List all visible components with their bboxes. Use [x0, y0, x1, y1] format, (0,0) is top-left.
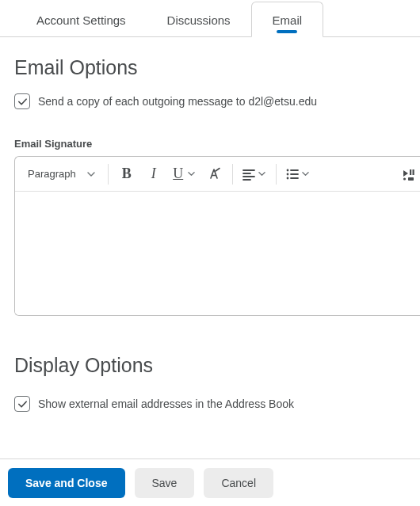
content-area: Email Options Send a copy of each outgoi…	[0, 37, 420, 412]
svg-point-0	[286, 169, 288, 171]
insert-stuff-button[interactable]	[396, 161, 420, 188]
send-copy-row: Send a copy of each outgoing message to …	[14, 93, 420, 109]
align-button[interactable]	[238, 161, 271, 188]
svg-point-1	[286, 173, 288, 175]
chevron-down-icon	[188, 170, 195, 177]
editor-toolbar: Paragraph B I U	[15, 157, 420, 192]
svg-point-5	[403, 177, 406, 180]
show-external-row: Show external email addresses in the Add…	[14, 396, 420, 412]
bold-button[interactable]: B	[113, 161, 140, 188]
chevron-down-icon	[258, 170, 265, 177]
check-icon	[17, 399, 28, 409]
show-external-label: Show external email addresses in the Add…	[38, 398, 294, 410]
tab-account-settings[interactable]: Account Settings	[16, 2, 147, 36]
signature-editor: Paragraph B I U	[14, 156, 420, 316]
chevron-down-icon	[87, 170, 95, 178]
tab-discussions[interactable]: Discussions	[147, 2, 251, 36]
signature-textarea[interactable]	[15, 192, 420, 315]
underline-button[interactable]: U	[167, 161, 200, 188]
show-external-checkbox[interactable]	[14, 396, 30, 412]
svg-rect-6	[408, 177, 414, 181]
paragraph-style-select[interactable]: Paragraph	[20, 165, 103, 183]
tab-email[interactable]: Email	[251, 2, 324, 37]
bold-icon: B	[122, 165, 132, 182]
insert-stuff-icon	[401, 167, 415, 181]
heading-display-options: Display Options	[14, 354, 420, 377]
tab-bar: Account Settings Discussions Email	[0, 0, 420, 37]
italic-icon: I	[151, 165, 156, 182]
chevron-down-icon	[302, 170, 309, 177]
svg-point-2	[286, 177, 288, 179]
paragraph-style-label: Paragraph	[28, 168, 76, 180]
save-button[interactable]: Save	[135, 468, 195, 498]
text-color-icon	[206, 166, 222, 182]
footer-action-bar: Save and Close Save Cancel	[0, 458, 420, 506]
save-and-close-button[interactable]: Save and Close	[8, 468, 125, 498]
text-color-button[interactable]	[200, 161, 227, 188]
italic-button[interactable]: I	[140, 161, 167, 188]
heading-email-options: Email Options	[14, 56, 420, 79]
signature-label: Email Signature	[14, 138, 420, 150]
align-left-icon	[242, 167, 256, 181]
send-copy-checkbox[interactable]	[14, 93, 30, 109]
check-icon	[17, 97, 28, 107]
bullet-list-icon	[285, 167, 300, 181]
send-copy-label: Send a copy of each outgoing message to …	[38, 95, 317, 108]
list-button[interactable]	[281, 161, 315, 188]
cancel-button[interactable]: Cancel	[204, 468, 273, 498]
svg-rect-3	[410, 169, 411, 175]
underline-icon: U	[173, 165, 183, 182]
svg-rect-4	[413, 169, 414, 175]
